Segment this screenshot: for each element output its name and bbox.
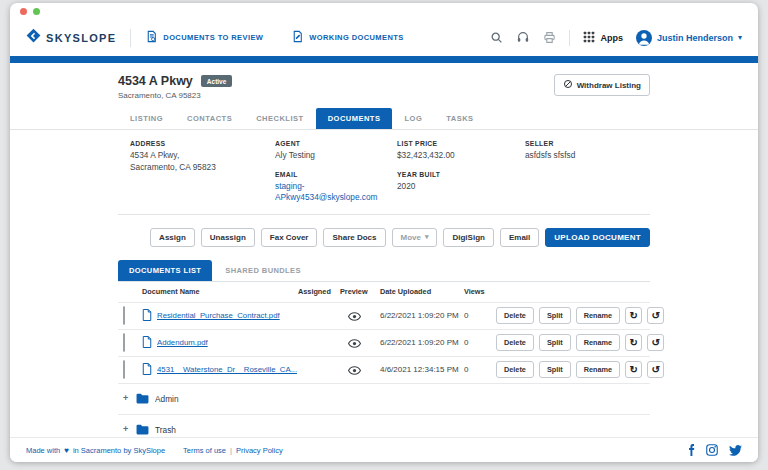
move-button[interactable]: Move ▾ bbox=[392, 228, 438, 247]
col-date-uploaded: Date Uploaded bbox=[380, 287, 464, 296]
rotate-clockwise-icon[interactable]: ↻ bbox=[625, 307, 642, 324]
col-views: Views bbox=[464, 287, 496, 296]
document-link[interactable]: Addendum.pdf bbox=[157, 338, 208, 347]
share-docs-button[interactable]: Share Docs bbox=[323, 228, 385, 247]
skyslope-logo[interactable]: SKYSLOPE bbox=[26, 28, 116, 47]
unassign-button[interactable]: Unassign bbox=[201, 228, 255, 247]
folder-row-admin[interactable]: + Admin bbox=[118, 384, 650, 415]
apps-menu-button[interactable]: Apps bbox=[583, 31, 623, 45]
tab-listing[interactable]: LISTING bbox=[118, 108, 175, 129]
support-headset-icon[interactable] bbox=[516, 31, 530, 44]
rename-button[interactable]: Rename bbox=[576, 307, 620, 324]
folder-name: Admin bbox=[155, 394, 179, 404]
row-checkbox[interactable] bbox=[123, 333, 125, 352]
terms-of-use-link[interactable]: Terms of use bbox=[183, 446, 226, 455]
rotate-counterclockwise-icon[interactable]: ↺ bbox=[647, 307, 664, 324]
row-checkbox[interactable] bbox=[123, 360, 125, 379]
pdf-file-icon bbox=[142, 361, 152, 379]
made-with-suffix: in Sacramento by SkySlope bbox=[73, 446, 165, 455]
rename-button[interactable]: Rename bbox=[576, 361, 620, 378]
table-row: Residential_Purchase_Contract.pdf 6/22/2… bbox=[118, 303, 650, 330]
detail-address: ADDRESS 4534 A Pkwy, Sacramento, CA 9582… bbox=[130, 140, 275, 204]
print-icon[interactable] bbox=[543, 31, 556, 44]
browser-window: SKYSLOPE DOCUMENTS TO REVIEW WORKING DOC… bbox=[10, 3, 758, 462]
col-document-name: Document Name bbox=[142, 287, 298, 296]
preview-eye-icon[interactable] bbox=[348, 307, 361, 325]
tab-checklist[interactable]: CHECKLIST bbox=[244, 108, 315, 129]
avatar bbox=[636, 30, 652, 46]
tab-contacts[interactable]: CONTACTS bbox=[175, 108, 244, 129]
window-zoom-button[interactable] bbox=[33, 8, 40, 15]
documents-panel-tabs: DOCUMENTS LIST SHARED BUNDLES bbox=[118, 260, 650, 281]
navbar-right: Apps Justin Henderson ▾ bbox=[490, 30, 742, 46]
listing-header: 4534 A Pkwy Active Sacramento, CA 95823 … bbox=[118, 63, 650, 100]
rotate-clockwise-icon[interactable]: ↻ bbox=[625, 361, 642, 378]
table-header-row: Document Name Assigned Preview Date Uplo… bbox=[118, 282, 650, 303]
instagram-icon[interactable] bbox=[706, 444, 718, 456]
folder-icon bbox=[136, 390, 149, 408]
apps-label: Apps bbox=[600, 33, 623, 43]
email-link[interactable]: staging-APkwy4534@skyslope.com bbox=[275, 181, 378, 203]
window-titlebar bbox=[10, 3, 758, 19]
brand-name: SKYSLOPE bbox=[46, 32, 116, 44]
col-assigned: Assigned bbox=[298, 287, 340, 296]
documents-table: Document Name Assigned Preview Date Uplo… bbox=[118, 281, 650, 446]
user-menu[interactable]: Justin Henderson ▾ bbox=[636, 30, 742, 46]
email-button[interactable]: Email bbox=[500, 228, 539, 247]
skyslope-logo-icon bbox=[26, 28, 41, 47]
primary-nav: DOCUMENTS TO REVIEW WORKING DOCUMENTS bbox=[145, 30, 403, 45]
address-line2: Sacramento, CA 95823 bbox=[130, 162, 216, 172]
listing-subtitle: Sacramento, CA 95823 bbox=[118, 91, 232, 100]
window-close-button[interactable] bbox=[20, 8, 27, 15]
preview-eye-icon[interactable] bbox=[348, 334, 361, 352]
apps-grid-icon bbox=[583, 31, 595, 45]
withdraw-listing-button[interactable]: Withdraw Listing bbox=[554, 74, 650, 96]
nav-divider bbox=[130, 29, 131, 47]
split-button[interactable]: Split bbox=[539, 307, 571, 324]
tab-documents-list[interactable]: DOCUMENTS LIST bbox=[118, 260, 212, 281]
tab-shared-bundles[interactable]: SHARED BUNDLES bbox=[214, 260, 312, 281]
tab-tasks[interactable]: TASKS bbox=[434, 108, 485, 129]
pdf-file-icon bbox=[142, 307, 152, 325]
detail-year-built: YEAR BUILT 2020 bbox=[397, 171, 525, 204]
rename-button[interactable]: Rename bbox=[576, 334, 620, 351]
rotate-counterclockwise-icon[interactable]: ↺ bbox=[647, 361, 664, 378]
document-link[interactable]: 4531__Waterstone_Dr__Roseville_CA... bbox=[157, 365, 297, 374]
nav-working-documents[interactable]: WORKING DOCUMENTS bbox=[291, 30, 403, 45]
page-footer: Made with ♥ in Sacramento by SkySlope Te… bbox=[10, 437, 758, 462]
row-checkbox[interactable] bbox=[123, 306, 125, 325]
chevron-down-icon: ▾ bbox=[738, 34, 742, 42]
tab-strip: LISTING CONTACTS CHECKLIST DOCUMENTS LOG… bbox=[10, 108, 758, 130]
fax-cover-button[interactable]: Fax Cover bbox=[261, 228, 318, 247]
delete-button[interactable]: Delete bbox=[496, 334, 534, 351]
rotate-counterclockwise-icon[interactable]: ↺ bbox=[647, 334, 664, 351]
delete-button[interactable]: Delete bbox=[496, 307, 534, 324]
listing-title: 4534 A Pkwy bbox=[118, 74, 193, 88]
rotate-clockwise-icon[interactable]: ↻ bbox=[625, 334, 642, 351]
twitter-icon[interactable] bbox=[729, 445, 742, 456]
table-row: 4531__Waterstone_Dr__Roseville_CA... 4/6… bbox=[118, 357, 650, 384]
date-uploaded: 6/22/2021 1:09:20 PM bbox=[380, 338, 464, 347]
digisign-button[interactable]: DigiSign bbox=[443, 228, 493, 247]
expand-plus-icon[interactable]: + bbox=[123, 425, 130, 434]
split-button[interactable]: Split bbox=[539, 334, 571, 351]
privacy-policy-link[interactable]: Privacy Policy bbox=[236, 446, 283, 455]
folder-name: Trash bbox=[155, 425, 176, 435]
expand-plus-icon[interactable]: + bbox=[123, 394, 130, 403]
assign-button[interactable]: Assign bbox=[150, 228, 195, 247]
nav-working-documents-label: WORKING DOCUMENTS bbox=[309, 33, 403, 42]
status-badge: Active bbox=[201, 75, 233, 87]
tab-documents[interactable]: DOCUMENTS bbox=[316, 108, 393, 129]
search-icon[interactable] bbox=[490, 31, 503, 44]
split-button[interactable]: Split bbox=[539, 361, 571, 378]
preview-eye-icon[interactable] bbox=[348, 361, 361, 379]
delete-button[interactable]: Delete bbox=[496, 361, 534, 378]
table-row: Addendum.pdf 6/22/2021 1:09:20 PM 0 Dele… bbox=[118, 330, 650, 357]
document-link[interactable]: Residential_Purchase_Contract.pdf bbox=[157, 311, 280, 320]
nav-documents-to-review[interactable]: DOCUMENTS TO REVIEW bbox=[145, 30, 263, 45]
move-chevron-icon: ▾ bbox=[425, 233, 429, 241]
working-documents-icon bbox=[291, 30, 304, 45]
upload-document-button[interactable]: UPLOAD DOCUMENT bbox=[545, 228, 650, 247]
tab-log[interactable]: LOG bbox=[392, 108, 434, 129]
facebook-icon[interactable] bbox=[688, 444, 695, 456]
